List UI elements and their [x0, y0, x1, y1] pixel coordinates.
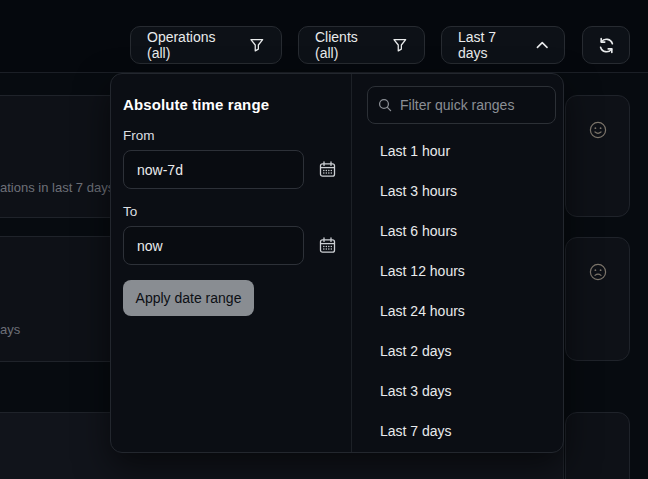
quick-ranges-list: Last 1 hour Last 3 hours Last 6 hours La…	[352, 131, 563, 451]
clients-filter-button[interactable]: Clients (all)	[298, 26, 425, 64]
quick-range-last-7-days[interactable]: Last 7 days	[352, 411, 563, 451]
quick-ranges-search[interactable]	[367, 86, 556, 124]
quick-range-last-12-hours[interactable]: Last 12 hours	[352, 251, 563, 291]
operations-filter-button[interactable]: Operations (all)	[130, 26, 282, 64]
time-range-panel: Absolute time range From To	[110, 73, 564, 453]
stats-card-right-2	[565, 237, 630, 361]
calendar-icon	[319, 161, 336, 178]
quick-range-last-3-hours[interactable]: Last 3 hours	[352, 171, 563, 211]
top-toolbar: Operations (all) Clients (all) Last 7 da…	[0, 0, 648, 73]
quick-range-last-6-hours[interactable]: Last 6 hours	[352, 211, 563, 251]
time-range-label: Last 7 days	[458, 29, 527, 61]
from-input[interactable]	[123, 150, 304, 189]
quick-ranges-section: Last 1 hour Last 3 hours Last 6 hours La…	[351, 74, 563, 452]
refresh-icon	[597, 36, 616, 55]
time-range-button[interactable]: Last 7 days	[441, 26, 565, 64]
sad-face-icon	[589, 263, 607, 281]
app-screen: ations in last 7 days ays Operations (al…	[0, 0, 648, 479]
clients-filter-label: Clients (all)	[315, 29, 383, 61]
to-calendar-button[interactable]	[319, 237, 336, 254]
funnel-icon	[392, 37, 408, 53]
funnel-icon	[249, 37, 265, 53]
quick-range-last-3-days[interactable]: Last 3 days	[352, 371, 563, 411]
calendar-icon	[319, 237, 336, 254]
card-subtitle-truncated: ations in last 7 days	[0, 180, 114, 195]
from-label: From	[123, 128, 339, 143]
quick-range-last-2-days[interactable]: Last 2 days	[352, 331, 563, 371]
refresh-button[interactable]	[582, 26, 630, 64]
from-calendar-button[interactable]	[319, 161, 336, 178]
chevron-up-icon	[536, 41, 548, 49]
quick-range-last-1-hour[interactable]: Last 1 hour	[352, 131, 563, 171]
stats-card-right-1	[565, 95, 630, 217]
quick-range-last-24-hours[interactable]: Last 24 hours	[352, 291, 563, 331]
absolute-time-range-title: Absolute time range	[123, 96, 339, 113]
to-input[interactable]	[123, 226, 304, 265]
absolute-time-range-section: Absolute time range From To	[111, 74, 351, 452]
apply-date-range-button[interactable]: Apply date range	[123, 280, 254, 316]
operations-filter-label: Operations (all)	[147, 29, 240, 61]
stats-card-right-3	[565, 412, 630, 479]
magnifier-icon	[378, 98, 392, 112]
happy-face-icon	[589, 121, 607, 139]
filter-quick-ranges-input[interactable]	[400, 97, 545, 113]
to-label: To	[123, 204, 339, 219]
card-subtitle-truncated: ays	[0, 322, 20, 337]
